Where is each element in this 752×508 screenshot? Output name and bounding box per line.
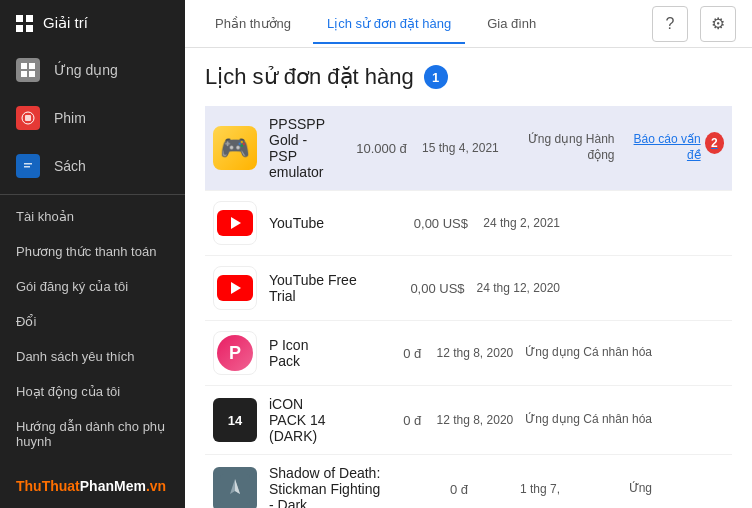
picon-app-icon: P [213,331,257,375]
svg-rect-1 [29,63,35,69]
svg-rect-3 [29,71,35,77]
order-date-picon: 12 thg 8, 2020 [433,346,513,360]
tab-orders[interactable]: Lịch sử đơn đặt hàng [313,4,465,43]
p-icon-circle: P [217,335,253,371]
footer-suffix: .vn [146,478,166,494]
sidebar-title: Giải trí [43,14,88,32]
page-title-section: Lịch sử đơn đặt hàng 1 [205,64,732,90]
order-price-youtube-trial: 0,00 US$ [395,281,465,296]
youtube-trial-app-icon [213,266,257,310]
psp-icon-shape: 🎮 [220,134,250,162]
order-price-psp: 10.000 đ [337,141,407,156]
main-content: Phần thưởng Lịch sử đơn đặt hàng Gia đìn… [185,0,752,508]
sidebar-item-parental[interactable]: Hướng dẫn dành cho phụ huynh [0,409,185,459]
help-button[interactable]: ? [652,6,688,42]
page-title-text: Lịch sử đơn đặt hàng [205,64,414,90]
order-type-icon14: Ứng dụng Cá nhân hóa [525,412,652,428]
sidebar-item-movies[interactable]: Phim [0,94,185,142]
order-name-youtube: YouTube [269,215,386,231]
order-price-youtube: 0,00 US$ [398,216,468,231]
tab-rewards[interactable]: Phần thưởng [201,4,305,43]
order-name-youtube-trial: YouTube Free Trial [269,272,383,304]
order-name-icon14: iCON PACK 14 (DARK) [269,396,339,444]
order-name-picon: P Icon Pack [269,337,339,369]
svg-rect-7 [24,163,32,165]
footer-white: PhanMem [80,478,146,494]
order-date-youtube: 24 thg 2, 2021 [480,216,560,230]
sidebar-footer: ThuThuatPhanMem.vn [0,468,185,508]
sidebar-item-activity[interactable]: Hoạt động của tôi [0,374,185,409]
shadow-icon-svg [220,474,250,504]
youtube-trial-logo [217,275,253,301]
sidebar-item-subscriptions[interactable]: Gói đăng ký của tôi [0,269,185,304]
order-row-youtube: YouTube 0,00 US$ 24 thg 2, 2021 [205,191,732,256]
svg-rect-5 [25,115,31,121]
order-row-psp: 🎮 PPSSPP Gold - PSP emulator 10.000 đ 15… [205,106,732,191]
sidebar-item-books[interactable]: Sách [0,142,185,190]
order-date-icon14: 12 thg 8, 2020 [433,413,513,427]
svg-rect-2 [21,71,27,77]
sidebar-movies-label: Phim [54,110,86,126]
sidebar-apps-label: Ứng dụng [54,62,118,78]
youtube-logo [217,210,253,236]
order-row-shadow: Shadow of Death: Stickman Fighting - Dar… [205,455,732,508]
order-type-shadow: Ứng [572,481,652,497]
icon14-app-icon: 14 [213,398,257,442]
sidebar: Giải trí Ứng dụng Phim Sách [0,0,185,508]
badge-1: 1 [424,65,448,89]
shadow-app-icon [213,467,257,508]
order-price-picon: 0 đ [351,346,421,361]
youtube-app-icon [213,201,257,245]
psp-app-icon: 🎮 [213,126,257,170]
order-row-youtube-trial: YouTube Free Trial 0,00 US$ 24 thg 12, 2… [205,256,732,321]
sidebar-header: Giải trí [0,0,185,46]
order-type-psp: Ứng dụng Hành động [511,132,615,163]
svg-rect-8 [24,166,30,168]
footer-orange: ThuThuat [16,478,80,494]
books-icon [16,154,40,178]
order-name-psp: PPSSPP Gold - PSP emulator [269,116,325,180]
order-row-icon14: 14 iCON PACK 14 (DARK) 0 đ 12 thg 8, 202… [205,386,732,455]
orders-content: Lịch sử đơn đặt hàng 1 🎮 PPSSPP Gold - P… [185,48,752,508]
movies-icon [16,106,40,130]
order-date-shadow: 1 thg 7, [480,482,560,496]
settings-button[interactable]: ⚙ [700,6,736,42]
tab-family[interactable]: Gia đình [473,4,550,43]
order-price-shadow: 0 đ [398,482,468,497]
apps-icon [16,58,40,82]
sidebar-books-label: Sách [54,158,86,174]
topbar: Phần thưởng Lịch sử đơn đặt hàng Gia đìn… [185,0,752,48]
order-row-picon: P P Icon Pack 0 đ 12 thg 8, 2020 Ứng dụn… [205,321,732,386]
order-date-psp: 15 thg 4, 2021 [419,141,499,155]
order-name-shadow: Shadow of Death: Stickman Fighting - Dar… [269,465,386,508]
sidebar-divider [0,194,185,195]
sidebar-item-payment[interactable]: Phương thức thanh toán [0,234,185,269]
sidebar-item-account[interactable]: Tài khoản [0,199,185,234]
sidebar-item-apps[interactable]: Ứng dụng [0,46,185,94]
svg-rect-0 [21,63,27,69]
grid-icon [16,15,33,32]
badge-2: 2 [705,132,724,154]
sidebar-item-redeem[interactable]: Đổi [0,304,185,339]
sidebar-item-wishlist[interactable]: Danh sách yêu thích [0,339,185,374]
order-type-picon: Ứng dụng Cá nhân hóa [525,345,652,361]
order-price-icon14: 0 đ [351,413,421,428]
report-link-psp[interactable]: Báo cáo vấn đề 2 [627,132,725,163]
order-date-youtube-trial: 24 thg 12, 2020 [477,281,560,295]
